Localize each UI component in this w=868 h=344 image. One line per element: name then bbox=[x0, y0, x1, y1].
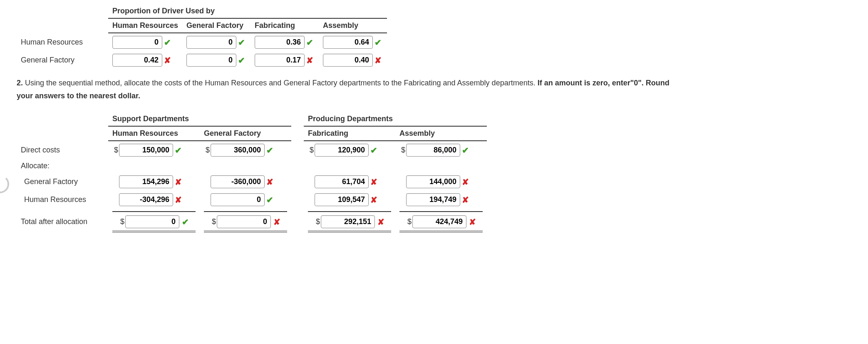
check-icon: ✔ bbox=[266, 195, 275, 205]
col-header-asm: Assembly bbox=[319, 18, 387, 33]
input-t2-r4-c2[interactable] bbox=[321, 215, 375, 228]
row-label-alloc-hr: Human Resources bbox=[17, 191, 108, 209]
table-row: Human Resources ✔ ✔ ✔ ✔ bbox=[17, 33, 387, 51]
table-row: General Factory ✘ ✔ ✘ ✘ bbox=[17, 51, 387, 69]
input-t2-r4-c3[interactable] bbox=[412, 215, 466, 228]
check-icon: ✔ bbox=[175, 145, 183, 155]
row-label-hr: Human Resources bbox=[17, 33, 108, 51]
input-t2-r3-c0[interactable] bbox=[119, 193, 173, 206]
input-t1-r0-c0[interactable] bbox=[112, 36, 162, 49]
row-label-total: Total after allocation bbox=[17, 209, 108, 235]
check-icon: ✔ bbox=[462, 145, 470, 155]
input-t1-r1-c1[interactable] bbox=[186, 54, 236, 67]
check-icon: ✔ bbox=[306, 37, 315, 47]
row-label-gf: General Factory bbox=[17, 51, 108, 69]
row-label-alloc-gf: General Factory bbox=[17, 173, 108, 191]
allocation-table: Support Departments Producing Department… bbox=[17, 112, 487, 235]
col-header-hr: Human Resources bbox=[108, 18, 182, 33]
check-icon: ✔ bbox=[238, 37, 246, 47]
input-t1-r1-c2[interactable] bbox=[255, 54, 305, 67]
group-header-support: Support Departments bbox=[108, 112, 291, 126]
proportion-table: Proportion of Driver Used by Human Resou… bbox=[17, 4, 387, 69]
x-icon: ✘ bbox=[164, 55, 172, 65]
loading-spinner bbox=[0, 175, 9, 193]
x-icon: ✘ bbox=[468, 217, 476, 227]
dollar-sign: $ bbox=[119, 217, 124, 226]
x-icon: ✘ bbox=[377, 217, 385, 227]
input-t1-r0-c1[interactable] bbox=[186, 36, 236, 49]
col-header-gf: General Factory bbox=[182, 18, 250, 33]
table-row: Human Resources ✘ ✔ ✘ ✘ bbox=[17, 191, 487, 209]
x-icon: ✘ bbox=[370, 177, 379, 187]
question-text: 2. Using the sequential method, allocate… bbox=[17, 77, 674, 102]
row-label-direct-costs: Direct costs bbox=[17, 141, 108, 159]
check-icon: ✔ bbox=[238, 55, 246, 65]
col-header-gf2: General Factory bbox=[200, 126, 291, 141]
col-header-fab2: Fabricating bbox=[304, 126, 395, 141]
x-icon: ✘ bbox=[462, 177, 470, 187]
input-t2-r0-c1[interactable] bbox=[211, 144, 265, 157]
col-header-fab: Fabricating bbox=[250, 18, 319, 33]
table-row: Total after allocation $✔ $✘ $✘ $✘ bbox=[17, 209, 487, 235]
input-t2-r4-c1[interactable] bbox=[217, 215, 271, 228]
dollar-sign: $ bbox=[399, 146, 405, 155]
table-row: General Factory ✘ ✘ ✘ ✘ bbox=[17, 173, 487, 191]
group-header-producing: Producing Departments bbox=[304, 112, 487, 126]
dollar-sign: $ bbox=[210, 217, 216, 226]
x-icon: ✘ bbox=[306, 55, 315, 65]
x-icon: ✘ bbox=[266, 177, 275, 187]
table-row: Direct costs $✔ $✔ $✔ $✔ bbox=[17, 141, 487, 159]
row-label-allocate: Allocate: bbox=[17, 159, 108, 173]
input-t1-r1-c0[interactable] bbox=[112, 54, 162, 67]
x-icon: ✘ bbox=[374, 55, 383, 65]
input-t2-r2-c1[interactable] bbox=[211, 175, 265, 188]
input-t2-r3-c1[interactable] bbox=[211, 193, 265, 206]
col-header-hr2: Human Resources bbox=[108, 126, 200, 141]
input-t2-r0-c2[interactable] bbox=[315, 144, 369, 157]
input-t2-r2-c0[interactable] bbox=[119, 175, 173, 188]
question-body: Using the sequential method, allocate th… bbox=[23, 79, 538, 87]
x-icon: ✘ bbox=[175, 195, 183, 205]
dollar-sign: $ bbox=[406, 217, 412, 226]
input-t2-r4-c0[interactable] bbox=[125, 215, 179, 228]
x-icon: ✘ bbox=[462, 195, 470, 205]
dollar-sign: $ bbox=[308, 146, 314, 155]
check-icon: ✔ bbox=[374, 37, 383, 47]
input-t1-r0-c2[interactable] bbox=[255, 36, 305, 49]
x-icon: ✘ bbox=[273, 217, 281, 227]
dollar-sign: $ bbox=[314, 217, 320, 226]
table-row: Allocate: bbox=[17, 159, 487, 173]
check-icon: ✔ bbox=[266, 145, 275, 155]
input-t2-r0-c0[interactable] bbox=[119, 144, 173, 157]
input-t2-r0-c3[interactable] bbox=[406, 144, 460, 157]
x-icon: ✘ bbox=[370, 195, 379, 205]
input-t1-r0-c3[interactable] bbox=[323, 36, 373, 49]
check-icon: ✔ bbox=[370, 145, 379, 155]
input-t2-r3-c2[interactable] bbox=[315, 193, 369, 206]
input-t1-r1-c3[interactable] bbox=[323, 54, 373, 67]
input-t2-r3-c3[interactable] bbox=[406, 193, 460, 206]
table1-super-header: Proportion of Driver Used by bbox=[108, 4, 387, 18]
check-icon: ✔ bbox=[164, 37, 172, 47]
input-t2-r2-c2[interactable] bbox=[315, 175, 369, 188]
check-icon: ✔ bbox=[181, 217, 189, 227]
x-icon: ✘ bbox=[175, 177, 183, 187]
input-t2-r2-c3[interactable] bbox=[406, 175, 460, 188]
question-number: 2. bbox=[17, 79, 23, 87]
dollar-sign: $ bbox=[204, 146, 210, 155]
dollar-sign: $ bbox=[112, 146, 118, 155]
col-header-asm2: Assembly bbox=[395, 126, 487, 141]
